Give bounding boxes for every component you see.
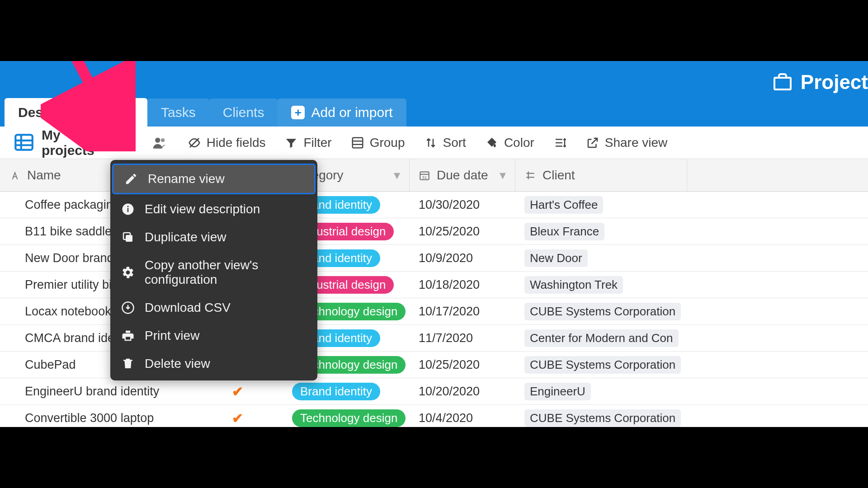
calendar-icon: 31 <box>419 169 430 181</box>
chevron-down-icon[interactable]: ▾ <box>500 168 506 183</box>
cell-client[interactable]: CUBE Systems Corporation <box>515 356 687 374</box>
text-icon <box>9 169 21 181</box>
cell-status[interactable]: ✔ <box>192 384 283 399</box>
tab-label: Design projects <box>18 105 120 120</box>
column-header-due-date[interactable]: 31 Due date ▾ <box>410 159 515 191</box>
cell-client[interactable]: Washington Trek <box>515 276 687 294</box>
tab-tasks[interactable]: Tasks <box>147 99 209 127</box>
view-more-button[interactable] <box>113 134 132 152</box>
svg-rect-24 <box>127 208 129 212</box>
row-height-button[interactable] <box>553 136 567 150</box>
menu-duplicate-view[interactable]: Duplicate view <box>110 223 317 251</box>
cell-name[interactable]: Convertible 3000 laptop <box>0 411 192 425</box>
tab-design-projects[interactable]: Design projects ▾ <box>5 98 147 127</box>
cell-due-date[interactable]: 10/30/2020 <box>410 198 515 212</box>
cell-client[interactable]: New Door <box>515 249 687 267</box>
tab-label: Add or import <box>311 105 392 120</box>
client-chip: CUBE Systems Corporation <box>524 303 681 320</box>
menu-delete-view[interactable]: Delete view <box>110 350 317 378</box>
chevron-down-icon[interactable]: ▾ <box>394 168 400 183</box>
cell-client[interactable]: Hart's Coffee <box>515 196 687 214</box>
filter-button[interactable]: Filter <box>284 136 331 150</box>
cell-due-date[interactable]: 10/4/2020 <box>410 411 515 425</box>
client-chip: Washington Trek <box>524 276 623 294</box>
row-height-icon <box>553 136 567 150</box>
cell-client[interactable]: Bleux France <box>515 223 687 240</box>
cell-name[interactable]: EngineerU brand identity <box>0 385 192 399</box>
svg-rect-26 <box>126 235 132 242</box>
table-row[interactable]: EngineerU brand identity✔Brand identity1… <box>0 378 868 405</box>
svg-point-5 <box>117 141 119 144</box>
svg-rect-1 <box>15 135 33 150</box>
app-window: Project Design projects ▾ Tasks Clients … <box>0 61 868 427</box>
cell-client[interactable]: CUBE Systems Corporation <box>515 303 687 320</box>
toolbar-label: Sort <box>443 136 466 150</box>
menu-download-csv[interactable]: Download CSV <box>110 294 317 322</box>
cell-due-date[interactable]: 10/25/2020 <box>410 225 515 239</box>
column-label: Name <box>27 168 61 183</box>
sort-icon <box>424 136 438 150</box>
menu-print-view[interactable]: Print view <box>110 322 317 350</box>
cell-client[interactable]: Center for Modern and Con <box>515 329 687 347</box>
cell-due-date[interactable]: 10/18/2020 <box>410 278 515 292</box>
group-button[interactable]: Group <box>351 136 405 150</box>
cell-client[interactable]: CUBE Systems Corporation <box>515 409 687 427</box>
view-name: My projects <box>42 127 94 158</box>
toolbar-label: Share view <box>605 136 668 150</box>
menu-label: Print view <box>145 328 199 343</box>
base-name[interactable]: Project <box>772 71 868 94</box>
menu-edit-description[interactable]: Edit view description <box>110 195 317 223</box>
hide-fields-button[interactable]: Hide fields <box>188 136 266 150</box>
cell-due-date[interactable]: 10/20/2020 <box>410 385 515 399</box>
category-pill: Brand identity <box>292 383 380 400</box>
cell-due-date[interactable]: 10/9/2020 <box>410 251 515 265</box>
cell-category[interactable]: Brand identity <box>283 383 410 400</box>
share-view-button[interactable]: Share view <box>586 136 668 150</box>
grid-view-icon <box>13 131 35 154</box>
color-button[interactable]: Color <box>485 136 534 150</box>
copy-icon <box>121 230 135 244</box>
pencil-icon <box>124 172 138 186</box>
tab-clients[interactable]: Clients <box>209 99 278 127</box>
cell-due-date[interactable]: 10/17/2020 <box>410 305 515 319</box>
menu-label: Download CSV <box>145 300 231 315</box>
chevron-down-icon: ▾ <box>127 104 134 120</box>
client-chip: EngineerU <box>524 383 591 400</box>
client-chip: Center for Modern and Con <box>524 329 679 347</box>
cell-client[interactable]: EngineerU <box>515 383 687 400</box>
svg-point-7 <box>126 141 128 144</box>
tab-label: Tasks <box>161 105 196 120</box>
add-or-import-tab[interactable]: + Add or import <box>278 99 406 127</box>
info-icon <box>121 202 135 216</box>
client-chip: CUBE Systems Corporation <box>524 356 681 374</box>
table-tabs: Design projects ▾ Tasks Clients + Add or… <box>5 98 406 127</box>
view-context-menu: Rename view Edit view description Duplic… <box>110 160 317 380</box>
cell-category[interactable]: Technology design <box>283 409 410 427</box>
column-header-client[interactable]: Client <box>515 159 687 191</box>
users-icon <box>152 135 167 150</box>
sort-button[interactable]: Sort <box>424 136 466 150</box>
cell-due-date[interactable]: 10/25/2020 <box>410 358 515 372</box>
paint-bucket-icon <box>485 136 499 150</box>
check-icon: ✔ <box>232 410 243 426</box>
column-label: Due date <box>437 168 488 183</box>
menu-label: Edit view description <box>145 202 260 216</box>
menu-rename-view[interactable]: Rename view <box>112 164 316 194</box>
eye-off-icon <box>188 136 201 150</box>
svg-rect-0 <box>774 78 791 89</box>
toolbar-label: Color <box>504 136 534 150</box>
svg-rect-11 <box>352 137 363 148</box>
menu-label: Copy another view's configuration <box>145 258 307 287</box>
menu-copy-config[interactable]: Copy another view's configuration <box>110 251 317 294</box>
view-switcher[interactable]: My projects <box>13 127 94 158</box>
table-row[interactable]: Convertible 3000 laptop✔Technology desig… <box>0 405 868 427</box>
svg-text:31: 31 <box>422 174 427 179</box>
column-label: Client <box>542 168 575 183</box>
client-chip: Bleux France <box>524 223 604 240</box>
cell-status[interactable]: ✔ <box>192 410 283 426</box>
svg-point-9 <box>161 138 165 142</box>
trash-icon <box>121 357 135 371</box>
collaborators-button[interactable] <box>151 134 169 152</box>
client-chip: New Door <box>524 249 588 267</box>
cell-due-date[interactable]: 11/7/2020 <box>410 331 515 345</box>
